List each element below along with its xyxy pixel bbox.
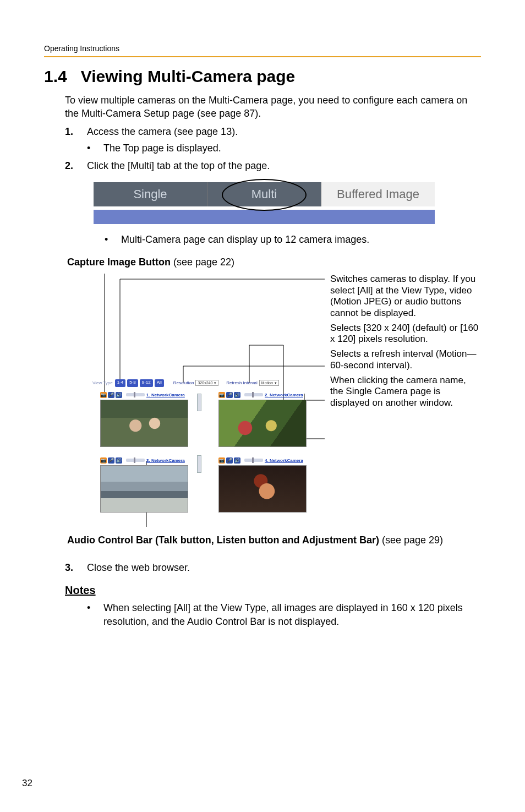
camera-cell-1: 📷 🎤 🔊 1. NetworkCamera: [100, 391, 195, 447]
listen-icon[interactable]: 🔊: [116, 457, 122, 464]
step-1-number: 1.: [65, 125, 87, 138]
camera-2-link[interactable]: 2. NetworkCamera: [265, 393, 303, 397]
tab-buffered-label: Buffered Image: [337, 187, 419, 201]
step-2: 2. Click the [Multi] tab at the top of t…: [65, 159, 481, 172]
header-rule: [44, 56, 481, 57]
tabs-accent-bar: [94, 210, 435, 224]
tab-multi-label: Multi: [251, 187, 277, 201]
refresh-interval-label: Refresh Interval: [226, 379, 257, 387]
step-2-bullet: • Multi-Camera page can display up to 12…: [105, 233, 481, 246]
callout-view-type: Switches cameras to display. If you sele…: [330, 274, 481, 319]
volume-slider[interactable]: [126, 459, 145, 462]
resolution-dropdown[interactable]: 320x240: [195, 380, 218, 386]
resolution-label: Resolution: [173, 379, 194, 387]
bullet-dot: •: [87, 141, 103, 155]
step-2-text: Click the [Multi] tab at the top of the …: [87, 159, 481, 172]
talk-icon[interactable]: 🎤: [108, 457, 114, 464]
multi-camera-figure: View Type 1-4 5-8 9-12 All Resolution 32…: [87, 274, 325, 521]
step-1: 1. Access the camera (see page 13).: [65, 125, 481, 138]
volume-slider[interactable]: [244, 459, 263, 462]
audio-control-caption: Audio Control Bar (Talk button, Listen b…: [67, 533, 481, 547]
volume-slider[interactable]: [126, 393, 145, 396]
tab-buffered-image[interactable]: Buffered Image: [321, 182, 435, 206]
camera-cell-4: 📷 🎤 🔊 4. NetworkCamera: [218, 457, 314, 513]
capture-image-caption-rest: (see page 22): [171, 257, 234, 268]
view-type-all[interactable]: All: [155, 379, 164, 387]
view-type-9-12[interactable]: 9-12: [140, 379, 153, 387]
listen-icon[interactable]: 🔊: [234, 457, 240, 464]
step-2-bullet-text: Multi-Camera page can display up to 12 c…: [121, 233, 369, 246]
camera-cell-2: 📷 🎤 🔊 2. NetworkCamera: [218, 391, 314, 447]
talk-icon[interactable]: 🎤: [226, 392, 233, 398]
view-type-label: View Type: [92, 379, 113, 387]
audio-caption-bold: Audio Control Bar (Talk button, Listen b…: [67, 535, 379, 546]
step-1-subbullet: • The Top page is displayed.: [87, 141, 481, 155]
view-type-1-4[interactable]: 1-4: [115, 379, 126, 387]
intro-paragraph: To view multiple cameras on the Multi-Ca…: [65, 94, 481, 121]
step-3: 3. Close the web browser.: [65, 561, 481, 574]
talk-icon[interactable]: 🎤: [226, 457, 233, 464]
step-1-text: Access the camera (see page 13).: [87, 125, 481, 138]
camera-1-link[interactable]: 1. NetworkCamera: [146, 393, 185, 397]
camera-2-thumbnail: [218, 400, 307, 447]
callout-camera-name: When clicking the camera name, the Singl…: [330, 375, 481, 409]
bullet-dot: •: [105, 233, 121, 246]
capture-icon[interactable]: 📷: [218, 392, 225, 398]
refresh-interval-dropdown[interactable]: Motion: [259, 380, 279, 386]
audio-caption-rest: (see page 29): [379, 535, 443, 546]
capture-icon[interactable]: 📷: [100, 457, 107, 464]
camera-cell-3: 📷 🎤 🔊 3. NetworkCamera: [100, 457, 195, 513]
section-title-text: Viewing Multi-Camera page: [81, 67, 296, 85]
section-number: 1.4: [44, 67, 67, 85]
camera-4-thumbnail: [218, 465, 307, 513]
tabs-screenshot: Single Multi Buffered Image: [94, 182, 435, 224]
talk-icon[interactable]: 🎤: [108, 392, 114, 398]
multiview-controls-row: View Type 1-4 5-8 9-12 All Resolution 32…: [92, 379, 319, 387]
capture-image-caption-bold: Capture Image Button: [67, 257, 171, 268]
camera-3-link[interactable]: 3. NetworkCamera: [146, 458, 185, 463]
bullet-dot: •: [87, 601, 103, 628]
running-header: Operating Instructions: [44, 44, 481, 53]
volume-slider[interactable]: [244, 393, 263, 396]
tab-multi[interactable]: Multi: [207, 182, 321, 206]
capture-icon[interactable]: 📷: [100, 392, 107, 398]
camera-3-thumbnail: [100, 465, 188, 513]
tab-single-label: Single: [133, 187, 167, 201]
step-3-text: Close the web browser.: [87, 561, 481, 574]
listen-icon[interactable]: 🔊: [234, 392, 240, 398]
notes-heading: Notes: [65, 584, 481, 597]
camera-4-link[interactable]: 4. NetworkCamera: [265, 458, 303, 463]
section-heading: 1.4 Viewing Multi-Camera page: [44, 67, 481, 86]
callout-column: Switches cameras to display. If you sele…: [325, 274, 481, 521]
step-2-number: 2.: [65, 159, 87, 172]
listen-icon[interactable]: 🔊: [116, 392, 122, 398]
callout-refresh-interval: Selects a refresh interval (Motion—60-se…: [330, 348, 481, 371]
step-3-number: 3.: [65, 561, 87, 574]
view-type-5-8[interactable]: 5-8: [127, 379, 138, 387]
step-1-subtext: The Top page is displayed.: [103, 141, 221, 155]
page-number: 32: [22, 778, 32, 789]
note-1: • When selecting [All] at the View Type,…: [87, 601, 481, 628]
camera-1-thumbnail: [100, 400, 188, 447]
callout-resolution: Selects [320 x 240] (default) or [160 x …: [330, 323, 481, 345]
capture-image-caption: Capture Image Button (see page 22): [67, 257, 481, 268]
tab-single[interactable]: Single: [94, 182, 207, 206]
capture-icon[interactable]: 📷: [218, 457, 225, 464]
note-1-text: When selecting [All] at the View Type, a…: [103, 601, 481, 628]
